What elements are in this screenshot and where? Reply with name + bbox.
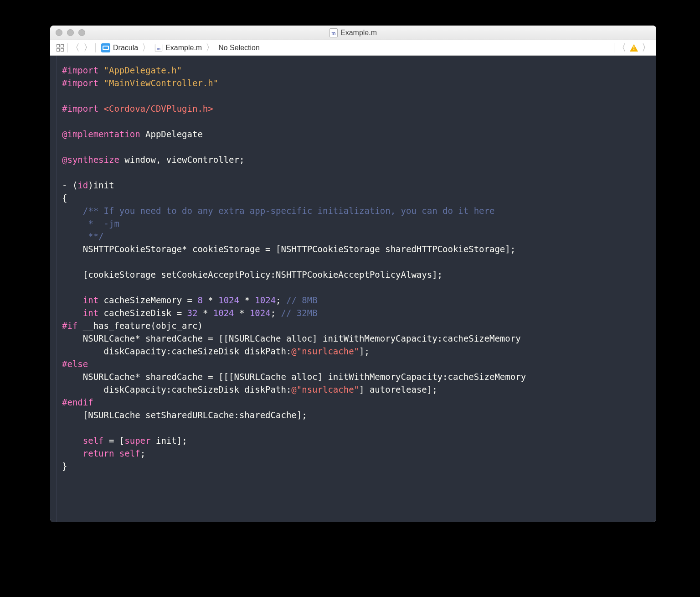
chevron-right-icon: 〉 [83, 42, 93, 54]
chevron-right-icon: 〉 [205, 42, 216, 54]
window-title: Example.m [50, 28, 656, 37]
related-items-icon [56, 43, 65, 52]
window-controls [50, 29, 85, 36]
titlebar[interactable]: Example.m [50, 26, 656, 40]
objc-file-icon [155, 44, 162, 52]
prev-issue-button[interactable]: 〈 [615, 42, 628, 54]
window-title-text: Example.m [340, 29, 377, 37]
chevron-right-icon: 〉 [642, 42, 651, 54]
chevron-right-icon: 〉 [141, 42, 152, 54]
separator [67, 43, 68, 52]
zoom-window-button[interactable] [78, 29, 85, 36]
minimize-window-button[interactable] [67, 29, 74, 36]
editor-window: Example.m 〈 〉 Dracula 〉 Example.m 〉 No S… [50, 26, 656, 522]
warning-icon[interactable] [630, 44, 638, 52]
chevron-left-icon: 〈 [617, 42, 626, 54]
separator [95, 43, 96, 52]
separator [614, 43, 614, 52]
crumb-project[interactable]: Dracula [113, 44, 138, 52]
project-icon [101, 43, 110, 52]
objc-file-icon [329, 28, 338, 37]
jump-bar: 〈 〉 Dracula 〉 Example.m 〉 No Selection 〈… [50, 40, 656, 56]
next-issue-button[interactable]: 〉 [640, 42, 653, 54]
breadcrumb: Dracula 〉 Example.m 〉 No Selection [97, 42, 264, 54]
nav-back-button[interactable]: 〈 [69, 42, 82, 54]
source-editor[interactable]: #import "AppDelegate.h" #import "MainVie… [57, 56, 656, 522]
related-items-button[interactable] [54, 42, 67, 54]
crumb-file[interactable]: Example.m [165, 44, 202, 52]
close-window-button[interactable] [56, 29, 62, 36]
jump-bar-right: 〈 〉 [613, 42, 656, 54]
crumb-selection[interactable]: No Selection [218, 44, 260, 52]
jump-bar-left: 〈 〉 Dracula 〉 Example.m 〉 No Selection [50, 42, 264, 54]
editor-area: #import "AppDelegate.h" #import "MainVie… [50, 56, 656, 522]
nav-forward-button[interactable]: 〉 [82, 42, 94, 54]
gutter[interactable] [50, 56, 57, 522]
chevron-left-icon: 〈 [71, 42, 80, 54]
